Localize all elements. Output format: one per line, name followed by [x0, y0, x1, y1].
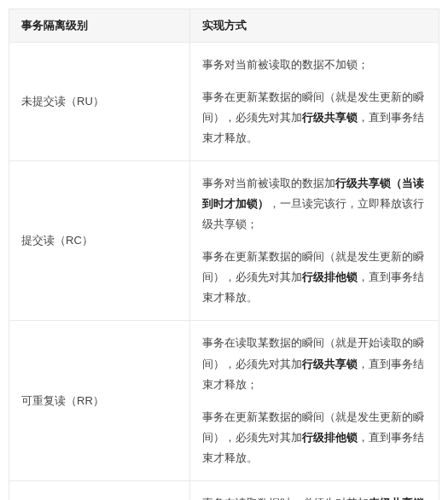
level-cell: 序列化读（S） [9, 480, 190, 500]
header-impl: 实现方式 [189, 9, 439, 43]
impl-cell: 事务对当前被读取的数据加行级共享锁（当读到时才加锁），一旦读完该行，立即释放该行… [189, 161, 439, 321]
level-cell: 未提交读（RU） [9, 43, 190, 161]
impl-cell: 事务对当前被读取的数据不加锁；事务在更新某数据的瞬间（就是发生更新的瞬间），必须… [189, 43, 439, 161]
table-row: 可重复读（RR）事务在读取某数据的瞬间（就是开始读取的瞬间），必须先对其加行级共… [9, 321, 439, 480]
isolation-levels-table: 事务隔离级别 实现方式 未提交读（RU）事务对当前被读取的数据不加锁；事务在更新… [9, 9, 439, 500]
level-cell: 可重复读（RR） [9, 321, 190, 480]
header-level: 事务隔离级别 [9, 9, 190, 43]
impl-cell: 事务在读取某数据的瞬间（就是开始读取的瞬间），必须先对其加行级共享锁，直到事务结… [189, 321, 439, 480]
table-row: 未提交读（RU）事务对当前被读取的数据不加锁；事务在更新某数据的瞬间（就是发生更… [9, 43, 439, 161]
table-row: 提交读（RC）事务对当前被读取的数据加行级共享锁（当读到时才加锁），一旦读完该行… [9, 161, 439, 321]
level-cell: 提交读（RC） [9, 161, 190, 321]
table-row: 序列化读（S）事务在读取数据时，必须先对其加表级共享锁 ，直到事务结束才释放；事… [9, 480, 439, 500]
table-body: 未提交读（RU）事务对当前被读取的数据不加锁；事务在更新某数据的瞬间（就是发生更… [9, 43, 439, 501]
impl-cell: 事务在读取数据时，必须先对其加表级共享锁 ，直到事务结束才释放；事务在更新数据时… [189, 480, 439, 500]
